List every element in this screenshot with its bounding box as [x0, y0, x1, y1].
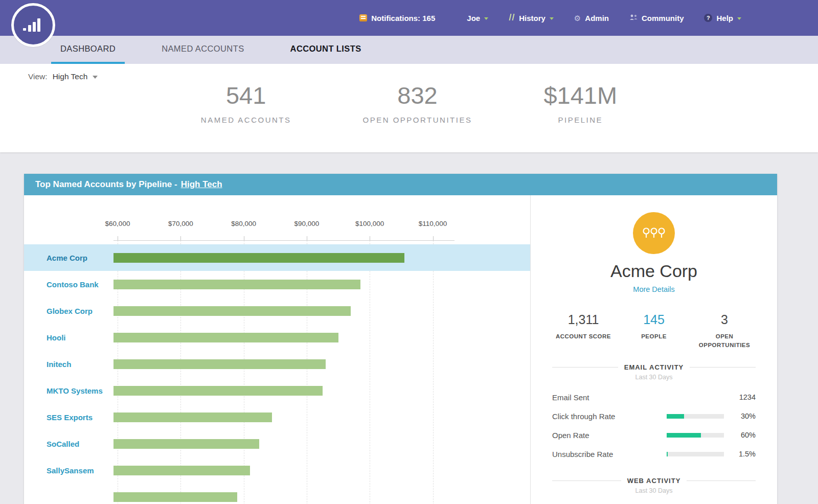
bar-track — [113, 280, 530, 289]
coils-icon — [642, 226, 666, 240]
chart-axis: $60,000$70,000$80,000$90,000$100,000$110… — [113, 195, 530, 240]
account-link[interactable]: Globex Corp — [24, 307, 113, 315]
chart-row: Contoso Bank — [24, 271, 530, 297]
axis-tick-mark — [180, 236, 181, 240]
chart-row: MKTO Systems — [24, 377, 530, 404]
chart-row: Acme Corp — [24, 244, 530, 271]
bar-chart-logo-icon — [22, 17, 44, 33]
notifications-icon — [359, 14, 367, 21]
axis-tick-mark — [307, 236, 307, 240]
account-avatar — [633, 212, 675, 254]
chart-row — [24, 484, 530, 504]
view-selector[interactable]: View: High Tech — [28, 72, 98, 81]
pipeline-bar — [113, 413, 272, 422]
pipeline-card: Top Named Accounts by Pipeline - High Te… — [24, 174, 777, 504]
axis-tick-mark — [118, 236, 118, 240]
pipeline-bar — [113, 386, 323, 396]
activity-value: 30% — [731, 412, 756, 420]
account-stats: 1,311ACCOUNT SCORE145PEOPLE3OPEN OPPORTU… — [531, 312, 777, 350]
user-menu[interactable]: Joe — [467, 14, 488, 22]
tab-dashboard[interactable]: DASHBOARD — [51, 36, 125, 64]
email-activity-rows: Email Sent1234Click through Rate30%Open … — [552, 388, 756, 464]
stat-account-score: 1,311ACCOUNT SCORE — [550, 312, 617, 350]
tab-named-accounts[interactable]: NAMED ACCOUNTS — [152, 36, 253, 64]
divider-line — [552, 367, 618, 368]
tab-account-lists[interactable]: ACCOUNT LISTS — [281, 36, 371, 64]
account-link[interactable]: SallySansem — [24, 466, 113, 475]
progress-track — [667, 414, 724, 419]
progress-fill — [667, 414, 684, 419]
kpi-named-accounts: 541NAMED ACCOUNTS — [201, 83, 291, 124]
pipeline-bar — [113, 492, 237, 502]
community-label: Community — [642, 14, 684, 22]
axis-tick-label: $90,000 — [294, 220, 320, 227]
community-menu[interactable]: Community — [629, 14, 684, 22]
notifications-label: Notifications: 165 — [371, 14, 435, 22]
email-activity-title: EMAIL ACTIVITY — [624, 363, 684, 371]
card-title-link[interactable]: High Tech — [181, 179, 222, 190]
kpi-open-opportunities: 832OPEN OPPORTUNITIES — [363, 83, 472, 124]
chart-row: SallySansem — [24, 457, 530, 484]
activity-value: 1234 — [731, 393, 756, 401]
card-title: Top Named Accounts by Pipeline - — [35, 179, 177, 190]
tab-bar: DASHBOARDNAMED ACCOUNTSACCOUNT LISTS — [0, 36, 818, 64]
help-label: Help — [716, 14, 733, 22]
activity-row-email-sent: Email Sent1234 — [552, 388, 756, 407]
account-name: Acme Corp — [531, 261, 777, 281]
history-menu[interactable]: History — [509, 13, 554, 22]
pipeline-bar — [113, 306, 351, 316]
activity-row-unsubscribe-rate: Unsubscribe Rate1.5% — [552, 445, 756, 464]
pipeline-bar-chart: $60,000$70,000$80,000$90,000$100,000$110… — [24, 195, 530, 504]
chart-rows: Acme CorpContoso BankGlobex CorpHooliIni… — [24, 240, 530, 504]
pipeline-bar — [113, 466, 250, 475]
top-nav: Notifications: 165 Joe History ⚙ Admin — [359, 13, 818, 22]
account-link[interactable]: Hooli — [24, 333, 113, 342]
caret-down-icon — [93, 76, 98, 79]
bar-track — [113, 333, 530, 342]
notifications-button[interactable]: Notifications: 165 — [359, 14, 435, 22]
more-details-link[interactable]: More Details — [633, 285, 674, 293]
account-link[interactable]: MKTO Systems — [24, 386, 113, 395]
progress-fill — [667, 433, 701, 438]
account-link[interactable]: Contoso Bank — [24, 280, 113, 289]
kpi-pipeline: $141MPIPELINE — [543, 83, 617, 124]
bar-track — [113, 439, 530, 449]
stat-label: OPEN OPPORTUNITIES — [691, 332, 758, 350]
chart-row: SoCalled — [24, 430, 530, 457]
pipeline-bar — [113, 439, 259, 449]
chart-row: SES Exports — [24, 404, 530, 430]
account-link[interactable]: Acme Corp — [24, 254, 113, 262]
stat-open-opportunities: 3OPEN OPPORTUNITIES — [691, 312, 758, 350]
email-activity-subtitle: Last 30 Days — [531, 374, 777, 381]
marketo-logo[interactable] — [11, 3, 55, 47]
axis-tick-mark — [370, 236, 370, 240]
stat-label: ACCOUNT SCORE — [550, 332, 617, 341]
pipeline-bar — [113, 333, 338, 342]
caret-down-icon — [737, 17, 741, 20]
caret-down-icon — [484, 17, 488, 20]
kpi-value: $141M — [543, 83, 617, 107]
marketo-abm-dashboard: Notifications: 165 Joe History ⚙ Admin — [0, 0, 818, 504]
activity-label: Click through Rate — [552, 412, 667, 421]
view-label: View: — [28, 72, 48, 81]
chart-row: Initech — [24, 351, 530, 377]
divider-line — [687, 480, 756, 481]
account-link[interactable]: Initech — [24, 360, 113, 369]
activity-value: 1.5% — [731, 450, 756, 458]
stat-value: 3 — [691, 312, 758, 327]
stat-value: 1,311 — [550, 312, 617, 327]
progress-fill — [667, 452, 668, 456]
admin-menu[interactable]: ⚙ Admin — [574, 14, 609, 22]
pipeline-bar — [113, 280, 360, 289]
user-label: Joe — [467, 14, 480, 22]
gear-icon: ⚙ — [574, 14, 581, 22]
pipeline-bar — [113, 359, 326, 369]
help-menu[interactable]: ? Help — [704, 14, 741, 22]
bar-track — [113, 306, 530, 316]
bar-track — [113, 466, 530, 475]
account-link[interactable]: SoCalled — [24, 440, 113, 448]
activity-label: Open Rate — [552, 431, 667, 440]
kpi-value: 541 — [201, 83, 291, 107]
kpi-label: NAMED ACCOUNTS — [201, 116, 291, 124]
account-link[interactable]: SES Exports — [24, 413, 113, 422]
